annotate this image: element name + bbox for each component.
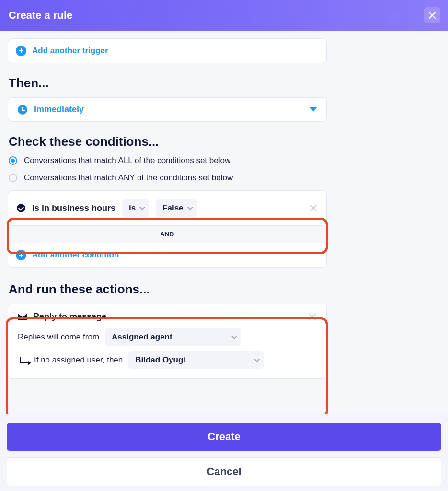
remove-condition-button[interactable]	[309, 204, 318, 212]
fallback-user-select[interactable]: Bildad Oyugi	[128, 351, 264, 369]
modal-footer: Create Cancel	[0, 414, 448, 491]
radio-any-label: Conversations that match ANY of the cond…	[24, 173, 233, 183]
cancel-button[interactable]: Cancel	[7, 457, 441, 486]
add-condition-button[interactable]: Add another condition	[8, 243, 327, 268]
condition-value: False	[162, 203, 183, 212]
chevron-down-icon	[254, 357, 260, 362]
close-button[interactable]	[424, 7, 440, 23]
condition-field-label: Is in business hours	[32, 203, 115, 213]
modal-body: Add another trigger Then... Immediately …	[0, 31, 448, 420]
fallback-label: If no assigned user, then	[34, 355, 123, 365]
condition-row: Is in business hours is False	[8, 190, 327, 226]
replies-from-select[interactable]: Assigned agent	[105, 328, 241, 346]
check-circle-icon	[17, 204, 25, 212]
chevron-down-icon	[187, 205, 193, 210]
condition-value-select[interactable]: False	[156, 199, 196, 217]
add-condition-label: Add another condition	[32, 250, 119, 260]
and-separator: AND	[8, 231, 327, 238]
add-trigger-label: Add another trigger	[32, 46, 108, 56]
action-title: Reply to message	[33, 312, 106, 322]
plus-circle-icon	[16, 250, 26, 260]
remove-action-button[interactable]	[308, 313, 317, 321]
timing-dropdown[interactable]: Immediately	[8, 97, 327, 122]
plus-circle-icon	[16, 46, 26, 56]
fallback-user-value: Bildad Oyugi	[135, 355, 185, 364]
radio-match-all[interactable]: Conversations that match ALL of the cond…	[9, 156, 327, 165]
replies-from-label: Replies will come from	[18, 332, 99, 342]
clock-icon	[18, 105, 27, 115]
create-button[interactable]: Create	[7, 423, 441, 451]
radio-icon	[9, 174, 17, 182]
radio-all-label: Conversations that match ALL of the cond…	[24, 156, 230, 165]
modal-header: Create a rule	[0, 0, 448, 31]
replies-from-value: Assigned agent	[112, 332, 172, 341]
chevron-down-icon	[310, 107, 317, 112]
chevron-down-icon	[140, 205, 145, 210]
modal-title: Create a rule	[9, 9, 72, 22]
conditions-heading: Check these conditions...	[9, 134, 327, 149]
timing-label: Immediately	[34, 105, 84, 115]
mail-icon	[18, 314, 27, 320]
sub-arrow-icon	[20, 357, 28, 363]
add-trigger-button[interactable]: Add another trigger	[8, 38, 327, 63]
close-icon	[428, 12, 436, 19]
actions-heading: And run these actions...	[9, 282, 327, 297]
radio-icon	[9, 156, 17, 165]
chevron-down-icon	[231, 334, 237, 339]
condition-operator-value: is	[129, 203, 136, 212]
radio-match-any[interactable]: Conversations that match ANY of the cond…	[9, 173, 327, 183]
condition-operator-select[interactable]: is	[122, 199, 149, 217]
action-row: Reply to message Replies will come from …	[8, 304, 327, 379]
then-heading: Then...	[9, 76, 327, 91]
